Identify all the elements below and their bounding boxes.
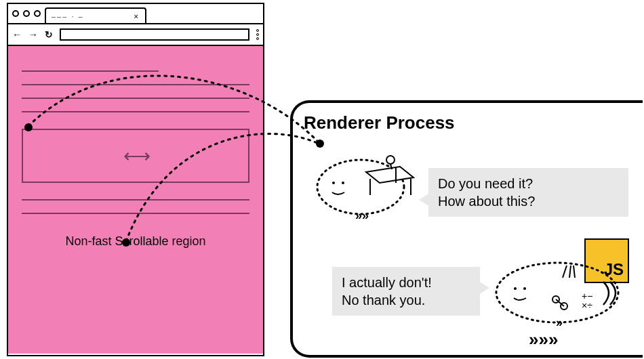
connection-dot-icon: [122, 238, 130, 247]
text-line: [22, 70, 159, 72]
double-arrow-icon: ⟷: [123, 145, 148, 167]
svg-point-11: [523, 287, 526, 290]
svg-point-2: [342, 182, 344, 184]
text-line: [22, 111, 249, 112]
kebab-menu-icon: [256, 29, 259, 40]
main-thread-doodle: »»: [312, 145, 434, 226]
forward-arrow-icon: →: [28, 29, 38, 40]
url-bar: [60, 28, 249, 41]
tab-label: ––– · –: [52, 12, 84, 20]
bubble-line: I actually don't!: [342, 274, 470, 291]
close-icon: ×: [134, 12, 140, 20]
page-viewport: ⟷ Non-fast Scrollable region: [8, 46, 263, 354]
browser-tab: ––– · – ×: [45, 7, 146, 24]
window-titlebar: ––– · – ×: [8, 4, 263, 24]
renderer-process-title: Renderer Process: [304, 112, 455, 133]
browser-toolbar: ← → ↻: [8, 24, 263, 46]
speech-bubble-js-thread: I actually don't! No thank you.: [332, 267, 480, 316]
text-line: [22, 199, 249, 200]
svg-text:»: »: [556, 316, 563, 329]
svg-text:»»: »»: [355, 209, 369, 222]
reload-icon: ↻: [45, 29, 53, 40]
back-arrow-icon: ←: [12, 29, 22, 40]
connection-dot-icon: [24, 123, 33, 131]
text-line: [22, 213, 249, 214]
svg-point-9: [496, 263, 618, 322]
bubble-line: Do you need it?: [438, 175, 619, 192]
non-fast-scrollable-region: ⟷: [22, 129, 249, 183]
text-line: [22, 98, 249, 99]
bubble-line: No thank you.: [342, 291, 470, 309]
svg-point-6: [386, 156, 395, 164]
traffic-light-icon: [23, 10, 30, 17]
bubble-line: How about this?: [438, 192, 619, 210]
browser-window: ––– · – × ← → ↻ ⟷ Non-fast Scrollable re…: [7, 3, 264, 356]
traffic-light-icon: [34, 10, 41, 17]
js-thread-doodle: +− ×÷ » »»»: [488, 251, 644, 352]
svg-point-10: [514, 287, 517, 290]
speech-bubble-main-thread: Do you need it? How about this?: [428, 168, 628, 217]
traffic-light-icon: [12, 10, 19, 17]
region-caption: Non-fast Scrollable region: [22, 234, 249, 249]
text-line: [22, 84, 249, 85]
svg-text:»»»: »»»: [529, 329, 558, 350]
svg-text:×÷: ×÷: [582, 300, 592, 311]
svg-point-1: [332, 182, 335, 184]
